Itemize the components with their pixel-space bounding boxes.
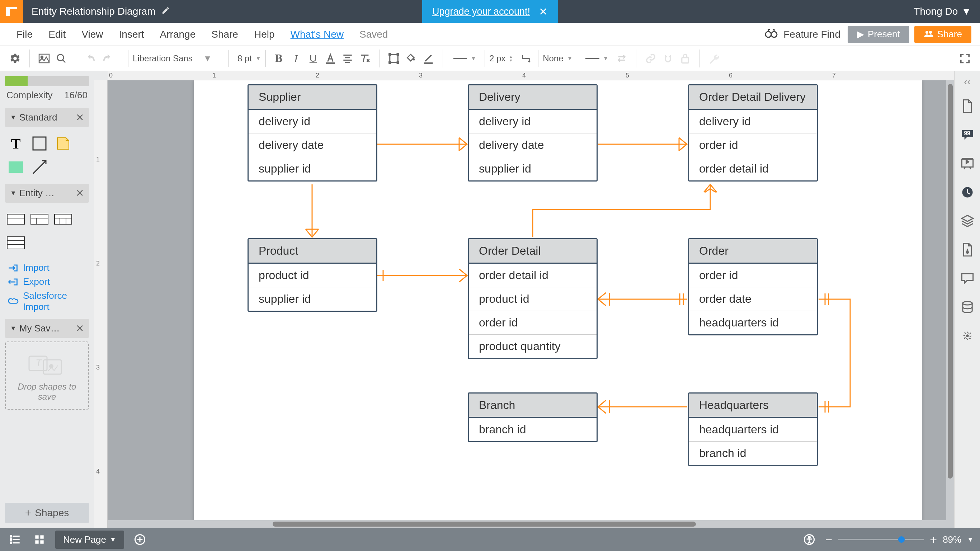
- fullscreen-button[interactable]: [956, 50, 974, 67]
- shapes-button[interactable]: +Shapes: [5, 503, 89, 523]
- salesforce-import-link[interactable]: Salesforce Import: [5, 289, 89, 314]
- page-icon[interactable]: [958, 97, 977, 116]
- settings-icon[interactable]: [6, 50, 24, 67]
- close-icon[interactable]: ✕: [76, 322, 84, 334]
- zoom-out-button[interactable]: −: [825, 533, 832, 547]
- note-shape[interactable]: [54, 134, 72, 153]
- block-shape[interactable]: [6, 158, 25, 177]
- align-button[interactable]: [339, 50, 356, 67]
- shape-group-entity[interactable]: ▼ Entity … ✕: [5, 184, 89, 203]
- arrow-start-select[interactable]: None▼: [538, 50, 577, 67]
- link-button[interactable]: [642, 50, 659, 67]
- menu-view[interactable]: View: [73, 29, 111, 40]
- magnet-button[interactable]: [659, 50, 676, 67]
- menu-whats-new[interactable]: What's New: [283, 29, 352, 40]
- entity-headquarters[interactable]: Headquarters headquarters id branch id: [688, 392, 818, 466]
- entity-supplier[interactable]: Supplier delivery id delivery date suppl…: [248, 84, 377, 182]
- edit-title-icon[interactable]: [161, 6, 170, 17]
- svg-point-44: [963, 301, 972, 305]
- font-select[interactable]: Liberation Sans▼: [128, 50, 229, 67]
- svg-point-45: [966, 334, 969, 337]
- shape-group-standard[interactable]: ▼ Standard ✕: [5, 108, 89, 127]
- data-icon[interactable]: [958, 298, 977, 316]
- erd-table-1[interactable]: [6, 210, 25, 229]
- menu-insert[interactable]: Insert: [111, 29, 152, 40]
- zoom-in-button[interactable]: +: [930, 533, 937, 547]
- italic-button[interactable]: I: [287, 50, 305, 67]
- menu-help[interactable]: Help: [246, 29, 283, 40]
- line-color-button[interactable]: [420, 50, 437, 67]
- shape-group-saved[interactable]: ▼ My Sav… ✕: [5, 319, 89, 338]
- upgrade-link[interactable]: Upgrade your account!: [432, 6, 530, 17]
- page-tab[interactable]: New Page ▼: [55, 530, 124, 549]
- canvas[interactable]: Supplier delivery id delivery date suppl…: [108, 80, 954, 528]
- present-button[interactable]: ▶ Present: [848, 26, 909, 43]
- image-icon[interactable]: [35, 50, 53, 67]
- shape-tool-button[interactable]: [385, 50, 402, 67]
- layers-icon[interactable]: [958, 212, 977, 230]
- entity-branch[interactable]: Branch branch id: [468, 392, 598, 442]
- redo-button[interactable]: [99, 50, 116, 67]
- grid-view-icon[interactable]: [31, 531, 48, 548]
- close-upgrade-icon[interactable]: ✕: [539, 5, 548, 18]
- arrow-shape[interactable]: [30, 158, 49, 177]
- export-link[interactable]: Export: [5, 275, 89, 289]
- erd-table-3[interactable]: [54, 210, 72, 229]
- toolbar: Liberation Sans▼ 8 pt▼ B I U ▼ 2 px▲▼ No…: [0, 46, 980, 71]
- swap-ends-button[interactable]: [613, 50, 630, 67]
- undo-button[interactable]: [82, 50, 99, 67]
- entity-order-detail[interactable]: Order Detail order detail id product id …: [468, 238, 598, 359]
- feature-find[interactable]: Feature Find: [765, 28, 840, 41]
- history-icon[interactable]: [958, 183, 977, 202]
- entity-order-detail-delivery[interactable]: Order Detail Delivery delivery id order …: [688, 84, 818, 182]
- clear-format-button[interactable]: [356, 50, 374, 67]
- menu-arrange[interactable]: Arrange: [152, 29, 204, 40]
- close-icon[interactable]: ✕: [76, 187, 84, 199]
- font-size-select[interactable]: 8 pt▼: [233, 50, 266, 67]
- bold-button[interactable]: B: [270, 50, 287, 67]
- import-link[interactable]: Import: [5, 261, 89, 275]
- master-page-icon[interactable]: [958, 240, 977, 259]
- entity-delivery[interactable]: Delivery delivery id delivery date suppl…: [468, 84, 598, 182]
- svg-point-11: [389, 61, 391, 64]
- underline-button[interactable]: U: [305, 50, 322, 67]
- user-menu[interactable]: Thong Do ▼: [914, 6, 971, 17]
- menu-share[interactable]: Share: [204, 29, 246, 40]
- vertical-scrollbar[interactable]: [946, 80, 954, 520]
- menu-edit[interactable]: Edit: [41, 29, 73, 40]
- entity-row: delivery id: [469, 110, 597, 134]
- accessibility-icon[interactable]: [801, 531, 818, 548]
- horizontal-scrollbar[interactable]: [108, 520, 954, 528]
- page[interactable]: Supplier delivery id delivery date suppl…: [194, 80, 922, 525]
- text-color-button[interactable]: [322, 50, 339, 67]
- lock-button[interactable]: [676, 50, 694, 67]
- chat-icon[interactable]: [958, 269, 977, 288]
- svg-rect-51: [35, 540, 38, 543]
- presentation-icon[interactable]: [958, 154, 977, 173]
- add-page-button[interactable]: [131, 531, 148, 548]
- connector-type-button[interactable]: [517, 50, 535, 67]
- menu-file[interactable]: File: [9, 29, 41, 40]
- erd-table-4[interactable]: [6, 234, 25, 252]
- search-icon[interactable]: [53, 50, 70, 67]
- entity-order[interactable]: Order order id order date headquarters i…: [688, 238, 818, 335]
- fill-button[interactable]: [402, 50, 420, 67]
- more-icon[interactable]: [958, 326, 977, 345]
- close-icon[interactable]: ✕: [76, 111, 84, 123]
- erd-table-2[interactable]: [30, 210, 49, 229]
- collapse-right-icon[interactable]: ‹‹: [964, 76, 970, 88]
- text-shape[interactable]: T: [6, 134, 25, 153]
- share-button[interactable]: Share: [914, 26, 971, 43]
- stroke-width-input[interactable]: 2 px▲▼: [485, 50, 517, 67]
- entity-product[interactable]: Product product id supplier id: [248, 238, 377, 312]
- line-style-select[interactable]: ▼: [449, 50, 481, 67]
- rect-shape[interactable]: [30, 134, 49, 153]
- arrow-end-select[interactable]: ▼: [581, 50, 613, 67]
- wrench-button[interactable]: [706, 50, 723, 67]
- zoom-slider[interactable]: [838, 539, 924, 540]
- document-title[interactable]: Entity Relationship Diagram: [32, 6, 170, 17]
- list-view-icon[interactable]: [6, 531, 24, 548]
- app-logo[interactable]: [0, 0, 23, 23]
- comment-icon[interactable]: 99: [958, 126, 977, 144]
- saved-shapes-dropzone[interactable]: T Drop shapes to save: [5, 341, 89, 410]
